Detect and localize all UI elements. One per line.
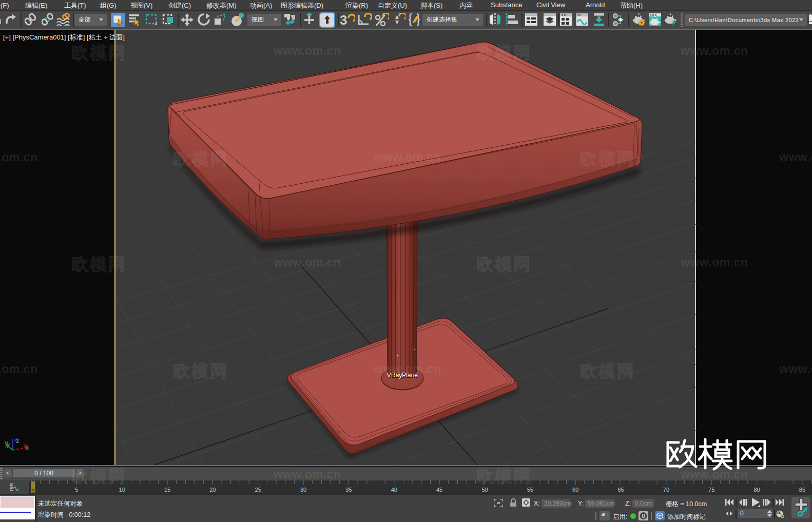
svg-text:45: 45 [436,487,442,493]
svg-text:10: 10 [119,487,125,493]
svg-text:30: 30 [300,487,306,493]
svg-text:50: 50 [481,487,488,493]
svg-text:15: 15 [164,487,170,493]
svg-text:60: 60 [572,487,578,493]
svg-text:5: 5 [75,487,78,493]
svg-text:25: 25 [255,487,261,493]
svg-text:75: 75 [708,487,714,493]
svg-text:20: 20 [209,487,216,493]
svg-text:VRayPlane: VRayPlane [387,372,418,379]
svg-text:55: 55 [527,487,533,493]
svg-text:85: 85 [799,487,805,493]
svg-text:80: 80 [753,487,760,493]
svg-text:0: 0 [642,513,645,519]
svg-text:70: 70 [663,487,669,493]
svg-text:35: 35 [345,487,352,493]
svg-text:3: 3 [340,13,347,27]
svg-text:65: 65 [617,487,624,493]
svg-text:40: 40 [391,487,397,493]
